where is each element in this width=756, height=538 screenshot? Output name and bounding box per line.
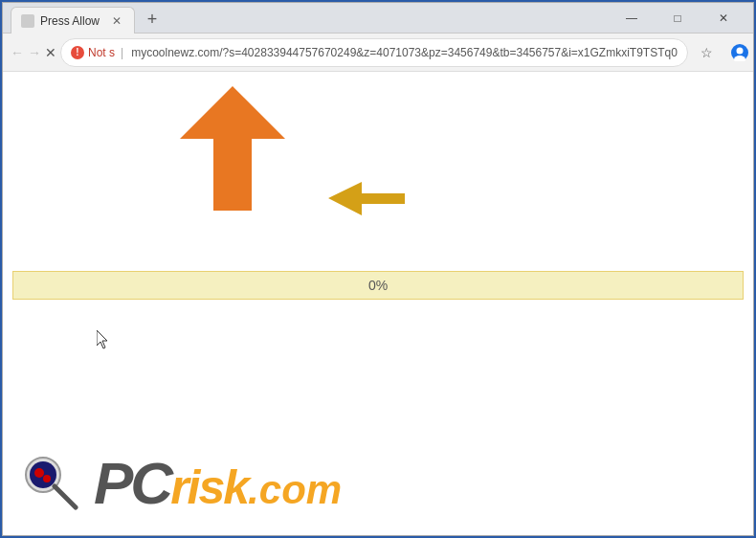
svg-point-1 [736,47,743,54]
small-yellow-arrow [328,182,405,215]
tab-favicon [21,14,34,28]
progress-bar: 0% [12,271,744,300]
titlebar: Press Allow ✕ + — □ ✕ [3,3,753,34]
tab-close-button[interactable]: ✕ [109,13,124,29]
pc-text: PC [94,449,170,517]
security-warning-icon: ! [71,46,84,59]
toolbar-actions: ☆ ⋮ [692,37,756,68]
url-text: mycoolnewz.com/?s=402833944757670249&z=4… [131,46,678,59]
security-label: Not s [88,46,115,59]
pcrisk-logo-icon [22,454,79,511]
window-controls: — □ ✕ [610,3,745,34]
pcrisk-logo-text: PC risk .com [94,449,342,517]
svg-point-9 [43,475,51,482]
svg-marker-5 [97,330,107,348]
bookmark-button[interactable]: ☆ [692,37,723,68]
minimize-button[interactable]: — [610,3,654,34]
risk-text: risk [170,460,248,515]
back-button[interactable]: ← [11,37,24,68]
browser-toolbar: ← → ✕ ! Not s | mycoolnewz.com/?s=402833… [3,34,753,72]
browser-window: Press Allow ✕ + — □ ✕ ← → ✕ ! Not s | my… [2,2,754,536]
profile-button[interactable] [724,37,755,68]
maximize-button[interactable]: □ [656,3,700,34]
progress-label: 0% [368,278,388,293]
svg-marker-3 [180,86,285,211]
watermark: PC risk .com [3,430,753,535]
profile-icon [731,44,748,61]
forward-button[interactable]: → [28,37,41,68]
new-tab-button[interactable]: + [139,6,166,33]
close-button[interactable]: ✕ [701,3,745,34]
svg-marker-4 [328,182,405,215]
tab-title: Press Allow [40,14,100,28]
mouse-cursor [97,330,108,347]
tab-area: Press Allow ✕ + [11,3,610,33]
big-orange-arrow [180,86,285,211]
address-bar[interactable]: ! Not s | mycoolnewz.com/?s=402833944757… [60,38,688,67]
security-indicator: ! Not s | [71,46,125,59]
svg-point-8 [34,468,44,478]
active-tab[interactable]: Press Allow ✕ [11,7,135,34]
dotcom-text: .com [248,467,342,513]
svg-line-10 [55,486,76,507]
page-content: 0% PC risk .c [3,72,753,535]
refresh-button[interactable]: ✕ [45,37,56,68]
